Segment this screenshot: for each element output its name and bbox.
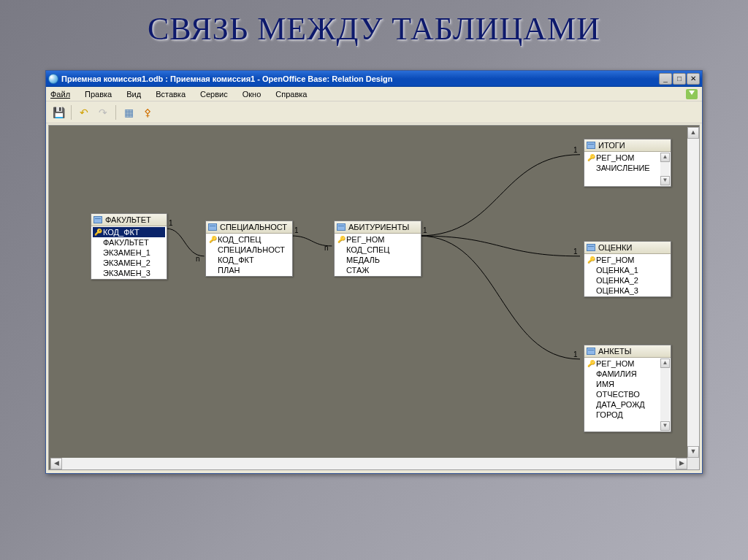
add-table-icon[interactable]: ▦ bbox=[121, 104, 137, 120]
table-specialnost[interactable]: СПЕЦИАЛЬНОСТ 🔑КОД_СПЕЦ СПЕЦИАЛЬНОСТ КОД_… bbox=[205, 220, 293, 277]
scroll-up-icon[interactable]: ▲ bbox=[687, 127, 699, 139]
scroll-up-icon[interactable]: ▲ bbox=[660, 358, 670, 368]
field-row[interactable]: ОЦЕНКА_1 bbox=[586, 265, 669, 275]
table-icon bbox=[587, 244, 595, 251]
scroll-down-icon[interactable]: ▼ bbox=[687, 446, 699, 458]
field-row[interactable]: 🔑КОД_СПЕЦ bbox=[207, 234, 291, 245]
toolbar-separator bbox=[71, 105, 72, 120]
field-row[interactable]: ГОРОД bbox=[586, 410, 660, 420]
field-row[interactable]: МЕДАЛЬ bbox=[336, 255, 419, 265]
field-row[interactable]: КОД_ФКТ bbox=[207, 255, 291, 265]
field-row[interactable]: ИМЯ bbox=[586, 379, 660, 389]
key-icon: 🔑 bbox=[209, 236, 216, 243]
cardinality-one: 1 bbox=[573, 350, 578, 358]
table-icon bbox=[94, 216, 102, 223]
app-window: Приемная комиссия1.odb : Приемная комисс… bbox=[45, 70, 703, 474]
table-icon bbox=[208, 223, 217, 231]
close-button[interactable]: ✕ bbox=[687, 73, 700, 85]
menu-tools[interactable]: Сервис bbox=[200, 90, 235, 99]
table-ankety[interactable]: АНКЕТЫ 🔑РЕГ_НОМ ФАМИЛИЯ ИМЯ ОТЧЕСТВО ДАТ… bbox=[584, 345, 671, 432]
titlebar[interactable]: Приемная комиссия1.odb : Приемная комисс… bbox=[46, 71, 702, 87]
scrollbar-corner bbox=[687, 458, 699, 469]
menubar: Файл Правка Вид Вставка Сервис Окно Спра… bbox=[46, 87, 702, 101]
field-row[interactable]: ДАТА_РОЖД bbox=[586, 399, 660, 410]
key-icon: 🔑 bbox=[587, 360, 595, 367]
table-header[interactable]: ФАКУЛЬТЕТ bbox=[91, 214, 167, 226]
download-icon[interactable] bbox=[686, 89, 698, 99]
cardinality-many: n bbox=[324, 244, 329, 252]
relation-canvas: 1 n 1 n 1 1 1 1 ФАКУЛЬТЕТ 🔑КОД_ФКТ ФАКУЛ… bbox=[48, 125, 700, 470]
redo-icon[interactable]: ↷ bbox=[95, 104, 111, 120]
table-title: СПЕЦИАЛЬНОСТ bbox=[220, 223, 287, 231]
table-header[interactable]: ИТОГИ bbox=[584, 139, 671, 152]
minimize-button[interactable]: _ bbox=[659, 73, 672, 85]
field-row[interactable]: ФАМИЛИЯ bbox=[586, 369, 660, 379]
table-title: АБИТУРИЕНТЫ bbox=[348, 223, 409, 231]
menu-view[interactable]: Вид bbox=[126, 90, 148, 99]
horizontal-scrollbar[interactable]: ◀ ▶ bbox=[50, 458, 687, 469]
table-title: ИТОГИ bbox=[598, 141, 625, 150]
scroll-down-icon[interactable]: ▼ bbox=[660, 421, 670, 431]
cardinality-one: 1 bbox=[294, 226, 299, 234]
field-row[interactable]: 🔑РЕГ_НОМ bbox=[586, 358, 660, 369]
table-ocenki[interactable]: ОЦЕНКИ 🔑РЕГ_НОМ ОЦЕНКА_1 ОЦЕНКА_2 ОЦЕНКА… bbox=[584, 241, 671, 297]
window-title: Приемная комиссия1.odb : Приемная комисс… bbox=[61, 74, 659, 83]
key-icon: 🔑 bbox=[587, 154, 595, 161]
cardinality-one: 1 bbox=[573, 146, 578, 154]
field-row[interactable]: 🔑РЕГ_НОМ bbox=[586, 153, 660, 163]
menu-insert[interactable]: Вставка bbox=[156, 90, 193, 99]
table-icon bbox=[587, 348, 595, 355]
table-header[interactable]: АНКЕТЫ bbox=[584, 345, 671, 358]
cardinality-one: 1 bbox=[573, 248, 578, 256]
cardinality-one: 1 bbox=[169, 219, 173, 227]
table-icon bbox=[337, 223, 346, 231]
vertical-scrollbar[interactable]: ▲ ▼ bbox=[687, 127, 699, 458]
field-row[interactable]: ПЛАН bbox=[207, 265, 291, 275]
menu-help[interactable]: Справка bbox=[275, 90, 314, 99]
field-row[interactable]: ФАКУЛЬТЕТ bbox=[93, 237, 165, 248]
cardinality-one: 1 bbox=[423, 226, 427, 234]
table-header[interactable]: АБИТУРИЕНТЫ bbox=[335, 221, 421, 234]
key-icon: 🔑 bbox=[337, 236, 345, 243]
toolbar: 💾 ↶ ↷ ▦ ⚴ bbox=[46, 101, 702, 123]
openoffice-base-icon bbox=[48, 74, 58, 84]
scroll-up-icon[interactable]: ▲ bbox=[660, 153, 670, 162]
new-relation-icon[interactable]: ⚴ bbox=[140, 104, 156, 120]
table-icon bbox=[587, 142, 595, 149]
field-row[interactable]: 🔑КОД_ФКТ bbox=[93, 227, 165, 237]
key-icon: 🔑 bbox=[587, 256, 595, 264]
menu-edit[interactable]: Правка bbox=[85, 90, 119, 99]
page-title: СВЯЗЬ МЕЖДУ ТАБЛИЦАМИ bbox=[0, 10, 748, 47]
field-row[interactable]: ЗАЧИСЛЕНИЕ bbox=[586, 163, 660, 173]
field-row[interactable]: 🔑РЕГ_НОМ bbox=[336, 234, 419, 245]
canvas-inner[interactable]: 1 n 1 n 1 1 1 1 ФАКУЛЬТЕТ 🔑КОД_ФКТ ФАКУЛ… bbox=[50, 127, 687, 458]
table-fakultet[interactable]: ФАКУЛЬТЕТ 🔑КОД_ФКТ ФАКУЛЬТЕТ ЭКЗАМЕН_1 Э… bbox=[91, 213, 167, 280]
field-row[interactable]: ЭКЗАМЕН_3 bbox=[93, 268, 165, 278]
field-row[interactable]: ЭКЗАМЕН_1 bbox=[93, 248, 165, 258]
key-icon: 🔑 bbox=[94, 229, 102, 236]
field-row[interactable]: ОТЧЕСТВО bbox=[586, 389, 660, 399]
toolbar-separator bbox=[115, 105, 116, 120]
menu-file[interactable]: Файл bbox=[50, 90, 77, 99]
mini-scrollbar[interactable]: ▲ ▼ bbox=[660, 358, 670, 431]
menu-window[interactable]: Окно bbox=[243, 90, 269, 99]
table-abiturienty[interactable]: АБИТУРИЕНТЫ 🔑РЕГ_НОМ КОД_СПЕЦ МЕДАЛЬ СТА… bbox=[334, 220, 421, 277]
mini-scrollbar[interactable]: ▲ ▼ bbox=[660, 153, 670, 185]
field-row[interactable]: ОЦЕНКА_2 bbox=[586, 275, 669, 285]
field-row[interactable]: СПЕЦИАЛЬНОСТ bbox=[207, 245, 291, 255]
scroll-down-icon[interactable]: ▼ bbox=[660, 176, 670, 185]
maximize-button[interactable]: □ bbox=[673, 73, 686, 85]
table-header[interactable]: ОЦЕНКИ bbox=[584, 242, 671, 254]
scroll-left-icon[interactable]: ◀ bbox=[50, 458, 62, 469]
field-row[interactable]: 🔑РЕГ_НОМ bbox=[586, 255, 669, 265]
field-row[interactable]: ЭКЗАМЕН_2 bbox=[93, 258, 165, 268]
field-row[interactable]: КОД_СПЕЦ bbox=[336, 245, 419, 255]
field-row[interactable]: ОЦЕНКА_3 bbox=[586, 285, 669, 296]
table-itogi[interactable]: ИТОГИ 🔑РЕГ_НОМ ЗАЧИСЛЕНИЕ ▲ ▼ bbox=[584, 139, 671, 187]
table-header[interactable]: СПЕЦИАЛЬНОСТ bbox=[206, 221, 292, 234]
undo-icon[interactable]: ↶ bbox=[76, 104, 92, 120]
scroll-right-icon[interactable]: ▶ bbox=[676, 458, 687, 469]
save-icon[interactable]: 💾 bbox=[50, 104, 66, 120]
field-row[interactable]: СТАЖ bbox=[336, 265, 419, 275]
cardinality-many: n bbox=[196, 255, 200, 263]
